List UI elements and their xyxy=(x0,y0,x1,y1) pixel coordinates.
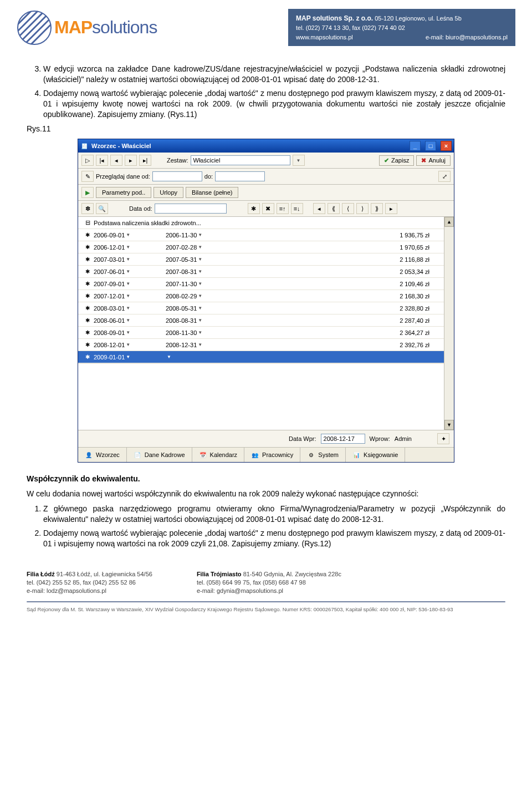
page-next2-icon[interactable]: ▸ xyxy=(385,203,397,214)
window-title: Wzorzec - Właściciel xyxy=(91,143,151,149)
grid-toolbar: ✽ 🔍 Data od: ✱ ✖ ≡↑ ≡↓ ◂ ⟪ ⟨ ⟩ ⟫ ▸ xyxy=(78,201,454,217)
btab-wzorzec[interactable]: 👤Wzorzec xyxy=(78,448,127,462)
page-header: MAPsolutions MAP solutions Sp. z o.o. 05… xyxy=(0,0,532,48)
document-body: W edycji wzorca na zakładce Dane kadrowe… xyxy=(0,48,532,560)
dropdown-icon[interactable]: ▼ xyxy=(293,155,305,166)
tools-icon[interactable]: ✽ xyxy=(81,203,94,214)
scroll-down-icon[interactable]: ▼ xyxy=(444,420,454,430)
grid-row[interactable]: ✱2007-06-01 ▼2007-08-31 ▼2 053,34 zł xyxy=(78,266,444,278)
btab-dane-kadrowe[interactable]: 📄Dane Kadrowe xyxy=(127,448,192,462)
sort-asc-icon[interactable]: ≡↑ xyxy=(277,203,289,214)
data-od-label: Data od: xyxy=(129,205,152,212)
scroll-up-icon[interactable]: ▲ xyxy=(444,217,454,227)
up-arrow-icon[interactable]: ✦ xyxy=(437,433,449,444)
list-item: Dodajemy nową wartość wybierając polecen… xyxy=(43,528,505,549)
section-heading: Współczynnik do ekwiwalentu. xyxy=(27,474,505,484)
close-button[interactable]: × xyxy=(441,141,452,151)
list-item: W edycji wzorca na zakładce Dane kadrowe… xyxy=(43,64,505,85)
grid-row[interactable]: ✱2008-09-01 ▼2008-11-30 ▼2 364,27 zł xyxy=(78,327,444,339)
ledger-icon: 📊 xyxy=(352,451,360,459)
legal-text: Sąd Rejonowy dla M. St. Warszawy w Warsz… xyxy=(27,606,505,613)
tab-urlopy[interactable]: Urlopy xyxy=(154,187,183,198)
row-icon: ✱ xyxy=(84,280,91,288)
row-icon: ✱ xyxy=(84,341,91,349)
delete-icon[interactable]: ✖ xyxy=(262,203,274,214)
tab-parametry[interactable]: Parametry pod.. xyxy=(96,187,151,198)
btab-system[interactable]: ⚙System xyxy=(300,448,346,462)
branch-lodz: Filia Łódź 91-463 Łódź, ul. Łagiewnicka … xyxy=(27,570,152,596)
do-label: do: xyxy=(204,173,213,180)
row-icon: ✱ xyxy=(84,243,91,251)
przegladaj-label: Przeglądaj dane od: xyxy=(96,173,150,180)
statusbar: Data Wpr: 2008-12-17 Wprow: Admin ✦ xyxy=(78,430,454,447)
nav-last-icon[interactable]: ▸| xyxy=(139,155,151,166)
section-tabs: ▶ Parametry pod.. Urlopy Bilanse (pełne) xyxy=(78,185,454,201)
grid-row-selected[interactable]: ✱ 2009-01-01 ▼ ▼ xyxy=(78,351,444,363)
page-prev-icon[interactable]: ⟨ xyxy=(342,203,354,214)
search-icon[interactable]: 🔍 xyxy=(96,203,108,214)
nav-prev-page-icon[interactable]: |◂ xyxy=(96,155,108,166)
row-icon: ✱ xyxy=(84,231,91,239)
btab-ksiegowanie[interactable]: 📊Księgowanie xyxy=(346,448,405,462)
grid-body: ⊟ Podstawa naliczenia składki zdrowotn..… xyxy=(78,217,444,430)
grid-row[interactable]: ✱2008-12-01 ▼2008-12-31 ▼2 392,76 zł xyxy=(78,339,444,351)
page-footer: Filia Łódź 91-463 Łódź, ul. Łagiewnicka … xyxy=(0,560,532,620)
row-icon: ✱ xyxy=(84,353,91,361)
to-date-field[interactable] xyxy=(215,171,265,181)
wprow-label: Wprow: xyxy=(370,435,390,442)
minimize-button[interactable]: _ xyxy=(410,141,421,151)
doc-icon: 📄 xyxy=(134,451,141,459)
cancel-button[interactable]: ✖Anuluj xyxy=(416,155,451,166)
grid-row[interactable]: ✱2007-12-01 ▼2008-02-29 ▼2 168,30 zł xyxy=(78,290,444,302)
app-icon: 🧾 xyxy=(80,142,88,150)
grid-row[interactable]: ✱2006-09-01 ▼2006-11-30 ▼1 936,75 zł xyxy=(78,229,444,241)
top-list: W edycji wzorca na zakładce Dane kadrowe… xyxy=(27,64,505,119)
grid-row[interactable]: ✱2008-03-01 ▼2008-05-31 ▼2 328,80 zł xyxy=(78,302,444,314)
zestaw-combo[interactable]: Właściciel xyxy=(191,155,290,165)
page-prev2-icon[interactable]: ◂ xyxy=(313,203,325,214)
sort-desc-icon[interactable]: ≡↓ xyxy=(291,203,303,214)
row-icon: ✱ xyxy=(84,304,91,312)
grid-row[interactable]: ✱2007-09-01 ▼2007-11-30 ▼2 109,46 zł xyxy=(78,278,444,290)
from-date-field[interactable] xyxy=(152,171,202,181)
toolbar-filter: ✎ Przeglądaj dane od: do: ⤢ xyxy=(78,169,454,185)
page-next-icon[interactable]: ⟩ xyxy=(356,203,369,214)
edit-icon[interactable]: ✎ xyxy=(81,171,94,182)
bottom-list: Z głównego paska narzędziowego programu … xyxy=(27,504,505,549)
grid-row[interactable]: ✱2006-12-01 ▼2007-02-28 ▼1 970,65 zł xyxy=(78,241,444,253)
grid-row[interactable]: ✱2008-06-01 ▼2008-08-31 ▼2 287,40 zł xyxy=(78,314,444,327)
bottom-tabs: 👤Wzorzec 📄Dane Kadrowe 📅Kalendarz 👥Praco… xyxy=(78,447,454,462)
page-next-fast-icon[interactable]: ⟫ xyxy=(371,203,383,214)
calendar-icon: 📅 xyxy=(199,451,207,459)
grid-root-row[interactable]: ⊟ Podstawa naliczenia składki zdrowotn..… xyxy=(78,217,444,229)
expand-icon[interactable]: ⤢ xyxy=(438,171,451,182)
nav-first-icon[interactable]: ▷ xyxy=(81,155,94,166)
titlebar: 🧾 Wzorzec - Właściciel _ □ × xyxy=(78,139,454,153)
row-icon: ✱ xyxy=(84,256,91,263)
add-icon[interactable]: ✱ xyxy=(248,203,260,214)
grid-blank xyxy=(78,363,444,430)
run-icon[interactable]: ▶ xyxy=(81,187,94,198)
row-icon: ✱ xyxy=(84,268,91,276)
nav-prev-icon[interactable]: ◂ xyxy=(110,155,122,166)
btab-pracownicy[interactable]: 👥Pracownicy xyxy=(244,448,300,462)
maximize-button[interactable]: □ xyxy=(425,141,436,151)
collapse-icon[interactable]: ⊟ xyxy=(81,219,94,226)
data-od-field[interactable] xyxy=(155,204,227,214)
logo-text: MAPsolutions xyxy=(54,17,157,38)
save-button[interactable]: ✔Zapisz xyxy=(379,155,414,166)
tab-bilanse[interactable]: Bilanse (pełne) xyxy=(186,187,238,198)
row-icon: ✱ xyxy=(84,317,91,324)
row-icon: ✱ xyxy=(84,292,91,300)
nav-next-icon[interactable]: ▸ xyxy=(125,155,137,166)
system-icon: ⚙ xyxy=(307,451,315,459)
grid-row[interactable]: ✱2007-03-01 ▼2007-05-31 ▼2 116,88 zł xyxy=(78,253,444,266)
zestaw-label: Zestaw: xyxy=(167,157,188,164)
row-icon: ✱ xyxy=(84,329,91,337)
page-prev-fast-icon[interactable]: ⟪ xyxy=(328,203,340,214)
btab-kalendarz[interactable]: 📅Kalendarz xyxy=(192,448,245,462)
logo: MAPsolutions xyxy=(17,9,157,46)
app-window: 🧾 Wzorzec - Właściciel _ □ × ▷ |◂ ◂ ▸ ▸|… xyxy=(78,139,454,463)
vertical-scrollbar[interactable]: ▲ ▼ xyxy=(444,217,454,430)
globe-icon xyxy=(17,10,52,45)
